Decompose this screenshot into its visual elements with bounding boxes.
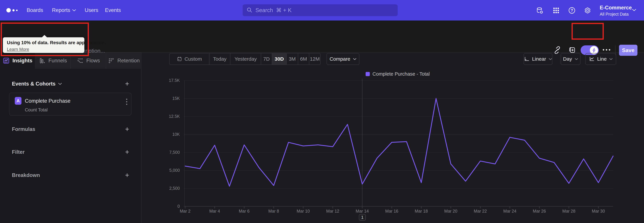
- range-label: Custom: [184, 56, 202, 62]
- chevron-down-icon: [72, 9, 76, 12]
- help-icon[interactable]: ?: [568, 7, 576, 14]
- y-axis-label: 12.5K: [155, 114, 180, 119]
- add-event-button[interactable]: +: [123, 79, 132, 88]
- range-label: 3M: [289, 56, 296, 62]
- nav-item-reports[interactable]: Reports: [52, 0, 76, 21]
- line-chart[interactable]: [184, 76, 615, 211]
- x-axis-label: Mar 2: [174, 209, 197, 213]
- range-yesterday[interactable]: Yesterday: [230, 53, 261, 65]
- chevron-down-icon: [575, 58, 578, 60]
- x-axis-label: Mar 30: [587, 209, 610, 213]
- copy-link-icon[interactable]: [554, 46, 562, 54]
- chevron-down-icon: [58, 83, 62, 85]
- chevron-down-icon: [549, 58, 552, 60]
- y-axis-label: 5,000: [155, 168, 180, 173]
- y-axis-label: 7,500: [155, 150, 180, 155]
- formulas-section-label: Formulas: [12, 126, 36, 132]
- range-label: 6M: [300, 56, 307, 62]
- x-axis-label: Mar 12: [321, 209, 344, 213]
- range-3m[interactable]: 3M: [286, 53, 298, 65]
- y-axis-label: 15K: [155, 96, 180, 101]
- range-label: 12M: [310, 56, 320, 62]
- project-scope: All Project Data: [600, 12, 632, 17]
- add-filter-button[interactable]: +: [123, 148, 132, 156]
- range-label: Today: [213, 56, 226, 62]
- series-line-complete-purchase[interactable]: [185, 98, 613, 186]
- sampling-tooltip: Using 10% of data. Results are approxima…: [3, 37, 84, 53]
- project-switcher[interactable]: E-Commerce All Project Data: [600, 5, 632, 17]
- range-6m[interactable]: 6M: [298, 53, 309, 65]
- mixpanel-app-window: Boards Reports Users Events: [0, 0, 644, 223]
- chart-type-dropdown[interactable]: Line: [585, 53, 616, 65]
- nav-item-events[interactable]: Events: [105, 0, 121, 21]
- add-to-board-icon[interactable]: [568, 46, 576, 54]
- legend-label: Complete Purchase - Total: [372, 71, 430, 77]
- x-axis-label: Mar 8: [262, 209, 286, 213]
- event-name[interactable]: Complete Purchase: [25, 98, 70, 104]
- event-card[interactable]: A Complete Purchase Count Total: [9, 93, 132, 116]
- project-name: E-Commerce: [600, 5, 632, 11]
- tab-label: Flows: [86, 58, 100, 64]
- lightning-bolt-icon: [592, 48, 596, 53]
- x-axis-label: Mar 10: [292, 209, 315, 213]
- nav-item-label: Reports: [52, 7, 70, 13]
- chevron-down-icon: [609, 58, 613, 60]
- range-7d[interactable]: 7D: [261, 53, 272, 65]
- range-label: Yesterday: [234, 56, 256, 62]
- add-breakdown-button[interactable]: +: [123, 171, 132, 180]
- range-label: 7D: [263, 56, 270, 62]
- insights-icon: [3, 57, 10, 64]
- line-chart-icon: [589, 56, 594, 62]
- x-axis-label: Mar 18: [410, 209, 433, 213]
- chevron-down-icon[interactable]: [632, 9, 636, 12]
- more-actions-button[interactable]: [603, 49, 610, 51]
- y-axis-label: 2,500: [155, 186, 180, 191]
- compare-button[interactable]: Compare: [326, 53, 360, 65]
- event-metric[interactable]: Count Total: [25, 107, 48, 113]
- report-header: Untitled Sampled + Add description... Sa: [0, 21, 644, 53]
- x-axis-label: Mar 4: [203, 209, 226, 213]
- data-management-icon[interactable]: [536, 7, 544, 14]
- funnels-icon: [39, 57, 46, 64]
- tab-label: Retention: [118, 58, 140, 64]
- tab-retention[interactable]: Retention: [106, 53, 142, 69]
- range-custom[interactable]: Custom: [170, 53, 210, 65]
- tab-flows[interactable]: Flows: [70, 53, 106, 69]
- scale-dropdown[interactable]: Linear: [524, 53, 552, 65]
- svg-text:?: ?: [571, 8, 573, 13]
- linear-scale-icon: [524, 56, 530, 62]
- x-axis-label: Mar 14: [350, 209, 374, 213]
- x-axis-label: Mar 26: [528, 209, 551, 213]
- breakdown-section-label: Breakdown: [12, 172, 40, 178]
- filter-section-label: Filter: [12, 149, 25, 155]
- annotation-marker-1[interactable]: 1: [359, 214, 366, 221]
- event-options-kebab[interactable]: [125, 98, 128, 106]
- tab-label: Insights: [12, 58, 32, 64]
- settings-gear-icon[interactable]: [584, 7, 591, 14]
- chart-legend[interactable]: Complete Purchase - Total: [366, 71, 430, 77]
- global-search[interactable]: [243, 4, 398, 16]
- range-12m[interactable]: 12M: [309, 53, 320, 65]
- search-input[interactable]: [256, 7, 394, 14]
- legend-swatch: [366, 72, 370, 76]
- date-range-selector: CustomTodayYesterday7D30D3M6M12M: [169, 53, 321, 65]
- tab-funnels[interactable]: Funnels: [35, 53, 70, 69]
- range-30d[interactable]: 30D: [272, 53, 286, 65]
- query-builder-panel: Insights Funnels Flows: [0, 53, 142, 223]
- add-formula-button[interactable]: +: [123, 125, 132, 134]
- nav-item-users[interactable]: Users: [85, 0, 98, 21]
- search-icon: [246, 7, 252, 14]
- tab-insights[interactable]: Insights: [0, 53, 35, 69]
- events-cohorts-header[interactable]: Events & Cohorts: [12, 81, 62, 87]
- flows-icon: [77, 57, 84, 64]
- x-axis-label: Mar 16: [380, 209, 404, 213]
- save-button[interactable]: Save: [619, 45, 638, 56]
- apps-grid-icon[interactable]: [552, 7, 560, 14]
- mixpanel-logo-icon[interactable]: [6, 8, 22, 13]
- nav-item-boards[interactable]: Boards: [27, 0, 43, 21]
- learn-more-link[interactable]: Learn More: [7, 47, 29, 52]
- interval-dropdown[interactable]: Day: [561, 53, 580, 65]
- range-today[interactable]: Today: [210, 53, 230, 65]
- event-series-badge: A: [15, 97, 22, 105]
- report-tabs: Insights Funnels Flows: [0, 53, 142, 69]
